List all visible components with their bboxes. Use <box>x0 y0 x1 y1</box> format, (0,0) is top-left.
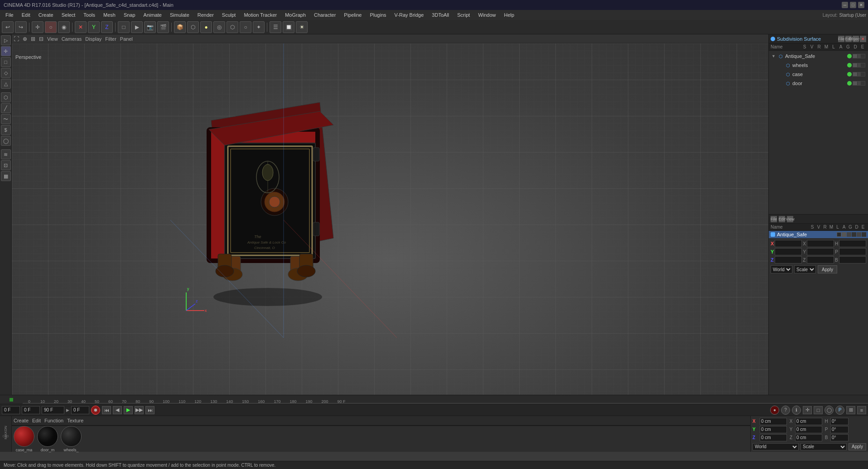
attr-edit-btn[interactable]: Edit <box>779 216 785 222</box>
by-val[interactable]: 0 cm <box>760 426 787 433</box>
viewport-panel[interactable]: Panel <box>120 36 133 42</box>
menu-tools[interactable]: Tools <box>80 11 99 19</box>
world-dropdown[interactable]: World <box>752 443 799 450</box>
timeline-track[interactable]: 0 10 20 30 40 50 60 70 80 90 100 110 120… <box>23 395 868 404</box>
safe-mat-icon1[interactable] <box>837 232 841 237</box>
light-btn[interactable]: ● <box>200 21 212 33</box>
camera-btn[interactable]: ◎ <box>213 21 225 33</box>
viewport[interactable]: ⛶ ⊕ ⊞ ⊟ View Cameras Display Filter Pane… <box>12 34 768 395</box>
menu-motion-tracker[interactable]: Motion Tracker <box>240 11 280 19</box>
left-tool-select[interactable]: ▷ <box>1 35 11 45</box>
last-frame-button[interactable]: ⏭ <box>145 406 154 414</box>
mat-create-btn[interactable]: Create <box>14 418 29 423</box>
obj-btn[interactable]: □ <box>118 21 130 33</box>
viewport-cameras[interactable]: Cameras <box>62 36 82 42</box>
bottom-apply-button[interactable]: Apply <box>849 443 866 450</box>
menu-script[interactable]: Script <box>453 11 473 19</box>
transport-grid[interactable]: ⊞ <box>846 406 855 414</box>
menu-select[interactable]: Select <box>58 11 79 19</box>
attr-file-btn[interactable]: File <box>771 216 777 222</box>
bh-val[interactable]: 0° <box>830 418 849 425</box>
menu-vray[interactable]: V-Ray Bridge <box>391 11 428 19</box>
om-file-btn[interactable]: File <box>838 36 844 42</box>
menu-edit[interactable]: Edit <box>18 11 34 19</box>
left-tool-scale[interactable]: □ <box>1 57 11 67</box>
viewport-canvas[interactable]: Perspective <box>12 43 768 395</box>
safe-mat-icon5[interactable] <box>857 232 861 237</box>
left-tool-magnet[interactable]: $ <box>1 125 11 135</box>
by2-val[interactable]: 0 cm <box>795 426 822 433</box>
transport-circle1[interactable]: ◯ <box>825 406 834 415</box>
left-tool-snapping[interactable]: ⊡ <box>1 160 11 170</box>
mat-row-safe[interactable]: Antique_Safe <box>769 231 868 238</box>
tree-item-case[interactable]: ⬡ case <box>770 70 867 79</box>
left-tool-matrix[interactable]: ▦ <box>1 171 11 181</box>
tree-item-wheels[interactable]: ⬡ wheels <box>770 61 867 70</box>
redo-btn[interactable]: ↪ <box>15 21 27 33</box>
render-btn[interactable]: 📷 <box>144 21 156 33</box>
om-close-btn[interactable]: ✕ <box>860 36 866 42</box>
menu-create[interactable]: Create <box>35 11 57 19</box>
menu-snap[interactable]: Snap <box>120 11 139 19</box>
next-frame-button[interactable]: ▶▶ <box>135 406 144 414</box>
safe-mat-icon3[interactable] <box>847 232 851 237</box>
z-pos-input[interactable]: 0 cm <box>775 256 802 263</box>
mat-texture-btn[interactable]: Texture <box>67 418 83 423</box>
p-input[interactable]: 0° <box>839 248 866 255</box>
z-axis-btn[interactable]: Z <box>101 21 113 33</box>
anim-btn[interactable]: 🎬 <box>157 21 169 33</box>
light2-btn[interactable]: ☀ <box>296 21 308 33</box>
left-tool-rotate[interactable]: ◇ <box>1 68 11 78</box>
transport-key1[interactable]: ✛ <box>803 406 812 414</box>
transport-info[interactable]: ℹ <box>792 406 801 415</box>
close-button[interactable]: ✕ <box>858 2 864 8</box>
menu-simulate[interactable]: Simulate <box>166 11 193 19</box>
mat-btn[interactable]: ☰ <box>270 21 281 33</box>
deform-btn[interactable]: ○ <box>240 21 251 33</box>
h-input[interactable]: 0° <box>839 240 866 247</box>
x-axis-btn[interactable]: ✕ <box>75 21 87 33</box>
bx-val[interactable]: 0 cm <box>760 418 787 425</box>
left-tool-knife[interactable]: ╱ <box>1 103 11 113</box>
play-button[interactable]: ▶ <box>124 406 133 414</box>
left-tool-polygon[interactable]: △ <box>1 79 11 89</box>
safe-mat-icon4[interactable] <box>852 232 856 237</box>
menu-window[interactable]: Window <box>474 11 499 19</box>
bz-val[interactable]: 0 cm <box>760 434 787 441</box>
render-preview-btn[interactable]: ▶ <box>131 21 143 33</box>
tree-item-antique-safe[interactable]: ▼ ⬡ Antique_Safe <box>770 52 867 61</box>
transport-key2[interactable]: □ <box>814 406 823 414</box>
left-tool-spline[interactable]: 〜 <box>1 114 11 124</box>
bx2-val[interactable]: 0 cm <box>795 418 822 425</box>
y2-pos-input[interactable]: 0 cm <box>807 248 834 255</box>
left-tool-brush[interactable]: ⬡ <box>1 92 11 102</box>
mat-swatch-case[interactable]: case_ma <box>14 426 34 452</box>
viewport-view[interactable]: View <box>47 36 58 42</box>
menu-character[interactable]: Character <box>310 11 339 19</box>
transport-circle2[interactable]: P <box>835 406 844 415</box>
maximize-button[interactable]: □ <box>850 2 856 8</box>
mat-edit-btn[interactable]: Edit <box>32 418 41 423</box>
om-objects-btn[interactable]: Objects <box>853 36 859 42</box>
menu-render[interactable]: Render <box>194 11 217 19</box>
menu-sculpt[interactable]: Sculpt <box>218 11 240 19</box>
prev-key-button[interactable]: ⏮ <box>102 406 111 414</box>
minimize-button[interactable]: ─ <box>842 2 848 8</box>
menu-pipeline[interactable]: Pipeline <box>340 11 365 19</box>
left-tool-mirror[interactable]: ◯ <box>1 136 11 146</box>
cube-btn[interactable]: 📦 <box>174 21 186 33</box>
transport-rec2[interactable]: ● <box>770 406 779 415</box>
current-frame-field[interactable]: 0 F <box>71 406 89 414</box>
prev-frame-button[interactable]: ◀ <box>113 406 122 414</box>
viewport-filter[interactable]: Filter <box>105 36 116 42</box>
menu-mograph[interactable]: MoGraph <box>281 11 309 19</box>
b-input[interactable]: 0° <box>839 256 866 263</box>
safe-mat-icon2[interactable] <box>842 232 846 237</box>
menu-plugins[interactable]: Plugins <box>366 11 390 19</box>
menu-help[interactable]: Help <box>501 11 518 19</box>
y-pos-input[interactable]: 0 cm <box>775 248 802 255</box>
tree-item-door[interactable]: ⬡ door <box>770 79 867 88</box>
menu-mesh[interactable]: Mesh <box>100 11 119 19</box>
apply-button[interactable]: Apply <box>818 265 837 273</box>
spline-btn[interactable]: ⬡ <box>227 21 238 33</box>
